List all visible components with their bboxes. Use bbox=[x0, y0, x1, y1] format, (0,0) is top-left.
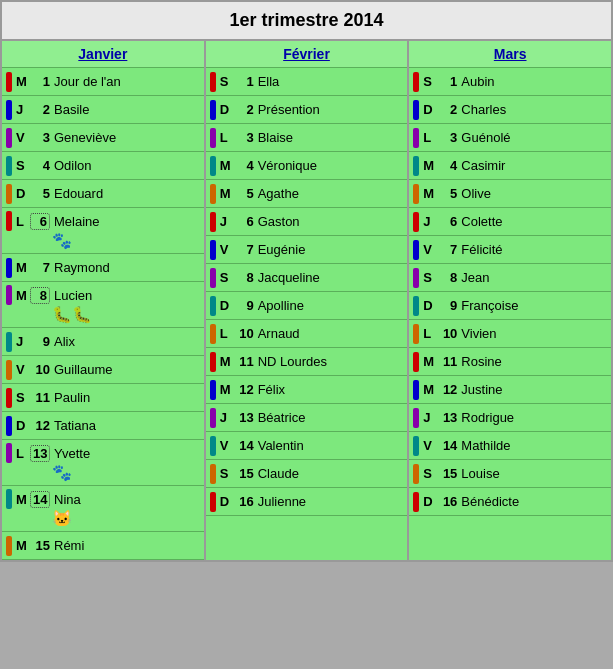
day-name: Béatrice bbox=[258, 410, 404, 425]
day-name: Odilon bbox=[54, 158, 200, 173]
day-num: 15 bbox=[30, 538, 50, 553]
day-letter: J bbox=[220, 214, 234, 229]
day-name: Lucien bbox=[54, 288, 200, 303]
day-name: Charles bbox=[461, 102, 607, 117]
day-num: 16 bbox=[234, 494, 254, 509]
day-row: M11ND Lourdes bbox=[206, 348, 408, 376]
day-row: M5Agathe bbox=[206, 180, 408, 208]
day-bar bbox=[6, 489, 12, 509]
day-num: 14 bbox=[30, 491, 50, 508]
day-name: Blaise bbox=[258, 130, 404, 145]
day-bar bbox=[210, 156, 216, 176]
day-letter: D bbox=[423, 102, 437, 117]
day-bar bbox=[413, 380, 419, 400]
day-letter: S bbox=[220, 270, 234, 285]
day-bar bbox=[6, 211, 12, 231]
columns-container: JanvierM1Jour de l'anJ2BasileV3Geneviève… bbox=[2, 41, 611, 560]
day-num: 3 bbox=[234, 130, 254, 145]
day-row: L3Blaise bbox=[206, 124, 408, 152]
day-num: 8 bbox=[30, 287, 50, 304]
day-bar bbox=[210, 212, 216, 232]
day-letter: J bbox=[16, 102, 30, 117]
day-name: Rosine bbox=[461, 354, 607, 369]
day-name: Vivien bbox=[461, 326, 607, 341]
day-bar bbox=[413, 240, 419, 260]
day-bar bbox=[210, 408, 216, 428]
day-bar bbox=[6, 156, 12, 176]
day-num: 14 bbox=[234, 438, 254, 453]
day-bar bbox=[413, 492, 419, 512]
day-bar bbox=[210, 268, 216, 288]
day-row: M11Rosine bbox=[409, 348, 611, 376]
day-row: J6Gaston bbox=[206, 208, 408, 236]
day-row: V10Guillaume bbox=[2, 356, 204, 384]
day-num: 11 bbox=[234, 354, 254, 369]
day-name: Rodrigue bbox=[461, 410, 607, 425]
day-letter: M bbox=[16, 538, 30, 553]
day-row: J13Rodrigue bbox=[409, 404, 611, 432]
day-name: Geneviève bbox=[54, 130, 200, 145]
day-row: M7Raymond bbox=[2, 254, 204, 282]
day-bar bbox=[210, 296, 216, 316]
day-num: 4 bbox=[437, 158, 457, 173]
day-row: S4Odilon bbox=[2, 152, 204, 180]
day-num: 16 bbox=[437, 494, 457, 509]
day-num: 1 bbox=[437, 74, 457, 89]
day-letter: M bbox=[16, 260, 30, 275]
day-num: 2 bbox=[30, 102, 50, 117]
day-bar bbox=[6, 258, 12, 278]
day-bar bbox=[413, 408, 419, 428]
day-bar bbox=[210, 240, 216, 260]
day-num: 1 bbox=[30, 74, 50, 89]
day-bar bbox=[413, 296, 419, 316]
special-icon-line: 🐱 bbox=[6, 509, 200, 528]
day-letter: M bbox=[16, 74, 30, 89]
day-bar bbox=[6, 285, 12, 305]
special-first-line: L13Yvette bbox=[6, 443, 200, 463]
day-letter: D bbox=[220, 298, 234, 313]
day-letter: M bbox=[220, 354, 234, 369]
day-name: Claude bbox=[258, 466, 404, 481]
day-num: 12 bbox=[437, 382, 457, 397]
day-row: L10Vivien bbox=[409, 320, 611, 348]
day-name: Guillaume bbox=[54, 362, 200, 377]
day-name: Melaine bbox=[54, 214, 200, 229]
special-icon: 🐾 bbox=[52, 463, 72, 482]
day-row: J6Colette bbox=[409, 208, 611, 236]
day-row: D9Apolline bbox=[206, 292, 408, 320]
day-letter: L bbox=[220, 130, 234, 145]
day-name: Apolline bbox=[258, 298, 404, 313]
day-bar bbox=[6, 536, 12, 556]
day-letter: M bbox=[220, 382, 234, 397]
day-bar bbox=[6, 128, 12, 148]
day-letter: M bbox=[423, 382, 437, 397]
day-num: 1 bbox=[234, 74, 254, 89]
day-row: V3Geneviève bbox=[2, 124, 204, 152]
day-num: 5 bbox=[30, 186, 50, 201]
day-bar bbox=[413, 352, 419, 372]
day-letter: J bbox=[423, 214, 437, 229]
day-letter: M bbox=[423, 158, 437, 173]
day-row: J9Alix bbox=[2, 328, 204, 356]
day-bar bbox=[210, 436, 216, 456]
day-bar bbox=[6, 416, 12, 436]
day-name: Félicité bbox=[461, 242, 607, 257]
day-row: D12Tatiana bbox=[2, 412, 204, 440]
day-letter: V bbox=[16, 130, 30, 145]
day-bar bbox=[6, 184, 12, 204]
day-row: V7Eugénie bbox=[206, 236, 408, 264]
day-num: 8 bbox=[437, 270, 457, 285]
day-num: 15 bbox=[437, 466, 457, 481]
day-bar bbox=[210, 324, 216, 344]
day-name: Jour de l'an bbox=[54, 74, 200, 89]
day-letter: M bbox=[423, 186, 437, 201]
day-bar bbox=[210, 352, 216, 372]
day-row: S8Jean bbox=[409, 264, 611, 292]
day-letter: V bbox=[16, 362, 30, 377]
day-bar bbox=[413, 436, 419, 456]
special-icon-line: 🐾 bbox=[6, 463, 200, 482]
day-row: V14Valentin bbox=[206, 432, 408, 460]
day-row: D2Charles bbox=[409, 96, 611, 124]
day-row: M12Félix bbox=[206, 376, 408, 404]
day-name: Valentin bbox=[258, 438, 404, 453]
